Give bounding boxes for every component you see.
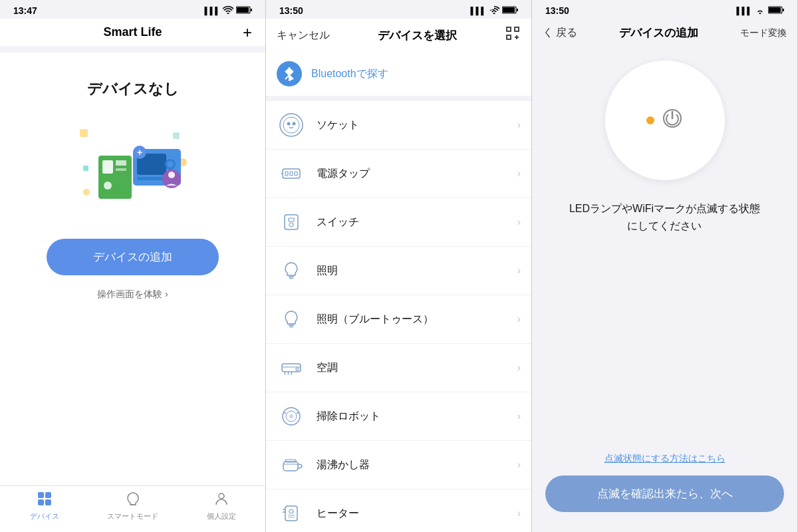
battery-icon bbox=[236, 6, 252, 15]
signal-icon: ▌▌▌ bbox=[205, 7, 220, 15]
back-button[interactable]: く 戻る bbox=[543, 26, 577, 40]
time-3: 13:50 bbox=[545, 5, 569, 16]
svg-rect-6 bbox=[83, 166, 88, 171]
device-name-heater: ヒーター bbox=[317, 507, 507, 521]
light-icon bbox=[279, 258, 304, 283]
device-name-socket: ソケット bbox=[317, 118, 507, 132]
status-bar-3: 13:50 ▌▌▌ bbox=[532, 0, 797, 19]
wifi-icon-3 bbox=[755, 6, 765, 15]
device-row-ac[interactable]: 空調 › bbox=[266, 344, 531, 392]
tab-bar-1: デバイス スマートモード 個人設定 bbox=[0, 485, 265, 532]
status-icons-2: ▌▌▌ bbox=[471, 6, 518, 15]
power-icon bbox=[661, 107, 684, 134]
light-icon-box bbox=[277, 256, 306, 285]
main-content-1: デバイスなし bbox=[0, 53, 265, 485]
svg-rect-25 bbox=[38, 499, 44, 505]
confirm-button[interactable]: 点滅を確認出来たら、次へ bbox=[545, 475, 784, 512]
device-row-robot[interactable]: 掃除ロボット › bbox=[266, 392, 531, 441]
wifi-icon-2 bbox=[489, 6, 499, 15]
ac-icon bbox=[279, 355, 304, 380]
svg-point-7 bbox=[83, 189, 90, 196]
socket-icon-box bbox=[277, 110, 306, 140]
screen3-title: デバイスの追加 bbox=[619, 25, 698, 41]
device-row-socket[interactable]: ソケット › bbox=[266, 101, 531, 150]
phone-screen-1: 13:47 ▌▌▌ Smart Life + デバイスなし bbox=[0, 0, 266, 532]
tab-profile-label: 個人設定 bbox=[207, 511, 236, 521]
svg-rect-3 bbox=[80, 129, 88, 137]
switch-icon bbox=[279, 209, 304, 235]
device-row-heater[interactable]: ヒーター › bbox=[266, 489, 531, 532]
chevron-switch: › bbox=[517, 216, 521, 228]
device-row-switch[interactable]: スイッチ › bbox=[266, 198, 531, 247]
svg-point-49 bbox=[289, 223, 293, 227]
svg-rect-70 bbox=[288, 515, 295, 516]
mode-button[interactable]: モード変換 bbox=[740, 27, 787, 39]
app-title: Smart Life bbox=[103, 25, 162, 39]
svg-point-40 bbox=[287, 122, 291, 126]
chevron-light: › bbox=[517, 265, 521, 277]
socket-icon bbox=[279, 112, 304, 138]
experience-link[interactable]: 操作画面を体験 › bbox=[97, 289, 168, 301]
kettle-icon bbox=[279, 452, 304, 477]
device-name-switch: スイッチ bbox=[317, 215, 507, 229]
svg-point-39 bbox=[283, 117, 299, 133]
svg-point-41 bbox=[293, 122, 296, 126]
svg-rect-47 bbox=[285, 215, 298, 229]
add-button-1[interactable]: + bbox=[243, 23, 252, 42]
device-circle-inner bbox=[646, 107, 684, 134]
svg-point-69 bbox=[289, 509, 293, 513]
svg-rect-32 bbox=[515, 27, 519, 31]
svg-rect-80 bbox=[769, 7, 781, 13]
robot-icon-box bbox=[277, 402, 306, 431]
scan-icon[interactable] bbox=[505, 25, 521, 45]
tab-devices[interactable]: デバイス bbox=[0, 491, 88, 521]
svg-rect-31 bbox=[507, 27, 511, 31]
illustration-svg: + bbox=[66, 119, 200, 212]
device-row-power-strip[interactable]: 電源タップ › bbox=[266, 150, 531, 198]
time-1: 13:47 bbox=[13, 5, 37, 16]
tab-smart[interactable]: スマートモード bbox=[88, 491, 177, 521]
status-icons-1: ▌▌▌ bbox=[205, 6, 252, 15]
svg-rect-2 bbox=[251, 9, 252, 11]
ac-icon-box bbox=[277, 353, 306, 382]
status-icons-3: ▌▌▌ bbox=[737, 6, 784, 15]
svg-text:+: + bbox=[136, 147, 142, 158]
svg-rect-48 bbox=[289, 218, 294, 221]
svg-rect-10 bbox=[102, 160, 113, 174]
device-row-light[interactable]: 照明 › bbox=[266, 247, 531, 295]
svg-point-17 bbox=[167, 161, 174, 168]
device-name-light-bt: 照明（ブルートゥース） bbox=[317, 313, 507, 327]
phone-screen-2: 13:50 ▌▌▌ キャンセル デバイスを選択 Bluetoothで探す bbox=[266, 0, 532, 532]
instruction-text: LEDランプやWiFiマークが点滅する状態にしてください bbox=[549, 200, 780, 234]
add-device-button[interactable]: デバイスの追加 bbox=[47, 239, 219, 275]
svg-rect-67 bbox=[285, 460, 296, 462]
device-visual-area: LEDランプやWiFiマークが点滅する状態にしてください bbox=[532, 47, 797, 440]
svg-point-62 bbox=[289, 414, 293, 418]
light-bt-icon bbox=[279, 307, 304, 332]
battery-icon-3 bbox=[768, 6, 784, 15]
tab-smart-label: スマートモード bbox=[107, 511, 158, 521]
device-list: ソケット › 電源タップ › bbox=[266, 101, 531, 532]
screen2-title: デバイスを選択 bbox=[378, 28, 457, 43]
power-strip-icon-box bbox=[277, 159, 306, 188]
svg-rect-4 bbox=[173, 132, 180, 139]
svg-rect-1 bbox=[237, 7, 249, 13]
bluetooth-row[interactable]: Bluetoothで探す bbox=[266, 52, 531, 96]
bluetooth-text[interactable]: Bluetoothで探す bbox=[311, 67, 388, 81]
svg-point-27 bbox=[219, 493, 224, 499]
svg-rect-81 bbox=[783, 9, 784, 11]
device-row-light-bt[interactable]: 照明（ブルートゥース） › bbox=[266, 295, 531, 344]
svg-point-13 bbox=[104, 182, 112, 190]
svg-rect-29 bbox=[503, 7, 515, 13]
device-name-ac: 空調 bbox=[317, 361, 507, 375]
help-link[interactable]: 点滅状態にする方法はこちら bbox=[604, 453, 726, 465]
device-row-kettle[interactable]: 湯沸かし器 › bbox=[266, 441, 531, 489]
switch-icon-box bbox=[277, 207, 306, 237]
tab-profile[interactable]: 個人設定 bbox=[177, 491, 265, 521]
top-bar-3: く 戻る デバイスの追加 モード変換 bbox=[532, 19, 797, 47]
device-name-light: 照明 bbox=[317, 264, 507, 278]
cancel-button[interactable]: キャンセル bbox=[277, 29, 330, 43]
profile-tab-icon bbox=[214, 491, 229, 509]
svg-rect-26 bbox=[45, 499, 51, 505]
heater-icon bbox=[279, 501, 304, 526]
